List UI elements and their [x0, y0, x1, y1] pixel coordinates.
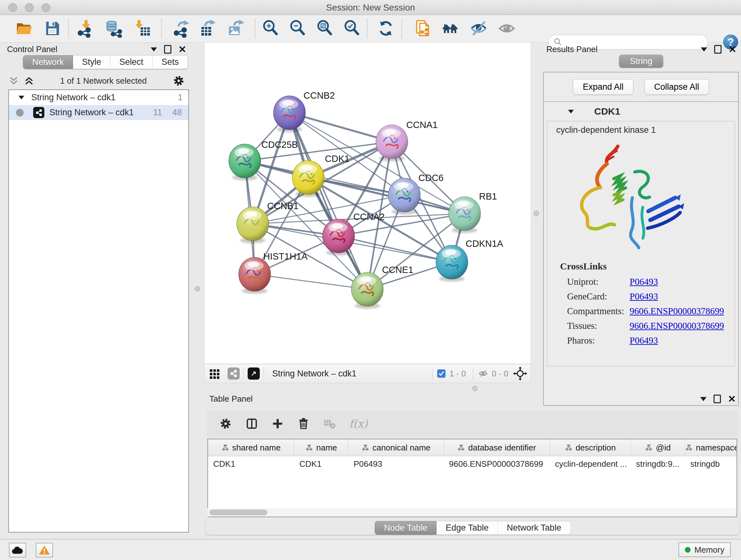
import-table-button[interactable] [132, 18, 153, 39]
left-splitter-handle[interactable] [195, 286, 200, 292]
column-header-canonical-name[interactable]: canonical name [348, 439, 444, 456]
collapse-all-icon[interactable] [8, 76, 19, 85]
network-node-cdc25b[interactable] [229, 144, 261, 180]
network-node-ccne1[interactable] [351, 272, 383, 309]
panel-menu-icon[interactable] [151, 47, 157, 52]
copy-network-button[interactable] [413, 18, 433, 39]
edge-count: 48 [172, 108, 182, 118]
column-header-database-identifier[interactable]: database identifier [444, 439, 550, 456]
fit-content-crosshair-icon[interactable] [513, 366, 528, 381]
gene-collapse-caret-icon[interactable] [568, 110, 574, 114]
network-share-view-icon[interactable] [227, 368, 240, 380]
network-node-cdkn1a[interactable] [436, 245, 468, 282]
tab-network-table[interactable]: Network Table [498, 521, 570, 535]
column-header-name[interactable]: name [294, 439, 348, 456]
eye-icon [497, 19, 516, 38]
close-panel-icon[interactable]: ✕ [179, 45, 186, 54]
tab-node-table[interactable]: Node Table [375, 521, 436, 535]
apply-layout-button[interactable] [376, 18, 396, 39]
crosslink-link[interactable]: 9606.ENSP00000378699 [630, 306, 724, 316]
tab-sets[interactable]: Sets [152, 55, 188, 69]
tab-select[interactable]: Select [111, 55, 152, 69]
birdseye-view-icon[interactable] [248, 368, 260, 380]
column-tree-icon [565, 444, 572, 451]
tab-network[interactable]: Network [23, 55, 73, 69]
table-cell[interactable]: 9606.ENSP00000378699 [444, 459, 550, 469]
crosslink-link[interactable]: P06493 [630, 276, 658, 287]
export-image-button[interactable] [226, 18, 246, 39]
import-network-button[interactable] [75, 18, 96, 39]
export-table-button[interactable] [198, 18, 218, 39]
tab-edge-table[interactable]: Edge Table [436, 521, 498, 535]
crosslink-link[interactable]: P06493 [630, 291, 658, 302]
close-panel-icon[interactable]: ✕ [729, 45, 737, 54]
panel-menu-icon[interactable] [701, 47, 707, 52]
warnings-button[interactable] [36, 543, 53, 557]
delete-column-icon[interactable] [297, 417, 310, 430]
column-header-shared-name[interactable]: shared name [208, 439, 294, 456]
hidden-eye-slash-icon[interactable] [477, 368, 489, 379]
table-panel-title: Table Panel [209, 394, 253, 404]
network-node-ccnb1[interactable] [237, 207, 269, 243]
hide-selected-button[interactable] [468, 18, 489, 39]
scrollbar-thumb[interactable] [209, 509, 267, 515]
column-header-namespace[interactable]: namespace [685, 439, 737, 456]
table-row[interactable]: CDK1CDK1P064939606.ENSP00000378699cyclin… [208, 456, 737, 472]
zoom-fit-button[interactable] [315, 18, 335, 39]
horizontal-splitter-handle[interactable] [472, 386, 478, 391]
tab-style[interactable]: Style [73, 55, 111, 69]
zoom-in-button[interactable] [261, 18, 281, 39]
network-row[interactable]: String Network – cdk1 11 48 [9, 105, 188, 120]
table-cell[interactable]: CDK1 [294, 459, 348, 469]
network-node-ccna1[interactable] [376, 125, 408, 161]
collapse-caret-icon[interactable] [18, 96, 24, 100]
table-cell[interactable]: cyclin-dependent ... [550, 459, 631, 469]
memory-button[interactable]: Memory [678, 543, 731, 557]
network-node-cdc6[interactable] [388, 178, 420, 214]
expand-all-icon[interactable] [23, 76, 35, 85]
gear-icon[interactable] [172, 74, 185, 87]
save-session-button[interactable] [42, 18, 63, 39]
zoom-selected-button[interactable] [342, 18, 362, 39]
show-columns-icon[interactable] [245, 417, 259, 430]
collapse-all-button[interactable]: Collapse All [644, 79, 709, 95]
float-panel-icon[interactable] [714, 395, 721, 403]
grid-view-icon[interactable] [208, 367, 221, 380]
crosslink-link[interactable]: P06493 [630, 335, 658, 346]
crosslink-link[interactable]: 9606.ENSP00000378699 [630, 320, 724, 331]
export-table-icon [199, 19, 217, 38]
network-node-rb1[interactable] [449, 197, 481, 233]
network-collection-row[interactable]: String Network – cdk1 1 [9, 90, 188, 105]
network-node-cdk1[interactable] [292, 161, 324, 197]
close-panel-icon[interactable]: ✕ [728, 394, 736, 404]
home-networks-button[interactable] [441, 18, 461, 39]
right-splitter-handle[interactable] [534, 211, 539, 216]
network-graph[interactable]: CCNB2CCNA1CDC25BCDK1CDC6RB1CCNB1CCNA2CDK… [205, 43, 531, 364]
panel-menu-icon[interactable] [700, 397, 706, 401]
float-panel-icon[interactable] [164, 45, 172, 54]
float-panel-icon[interactable] [714, 45, 722, 54]
zoom-out-button[interactable] [288, 18, 308, 39]
delete-table-icon-disabled [323, 417, 336, 430]
table-cell[interactable]: stringdb:9... [631, 459, 685, 469]
table-cell[interactable]: stringdb [685, 459, 737, 469]
export-network-button[interactable] [172, 18, 192, 39]
add-column-icon[interactable] [271, 417, 284, 430]
table-gear-icon[interactable] [219, 417, 232, 430]
show-all-button[interactable] [496, 18, 517, 39]
crosslink-label: Pharos: [560, 335, 630, 346]
network-canvas[interactable]: CCNB2CCNA1CDC25BCDK1CDC6RB1CCNB1CCNA2CDK… [204, 43, 531, 364]
column-header-description[interactable]: description [550, 439, 631, 456]
network-node-hist1h1a[interactable] [239, 257, 271, 294]
column-header-@id[interactable]: @id [631, 439, 685, 456]
expand-all-button[interactable]: Expand All [573, 79, 633, 95]
tab-string[interactable]: String [619, 55, 664, 68]
table-cell[interactable]: P06493 [348, 459, 444, 469]
import-network-from-database-button[interactable] [104, 18, 124, 39]
cloud-status-button[interactable] [9, 543, 26, 557]
table-cell[interactable]: CDK1 [208, 459, 294, 469]
open-session-button[interactable] [13, 18, 34, 39]
selected-checkbox-icon[interactable] [436, 369, 446, 378]
network-node-ccnb2[interactable] [273, 96, 306, 132]
table-horizontal-scrollbar[interactable] [207, 508, 736, 516]
